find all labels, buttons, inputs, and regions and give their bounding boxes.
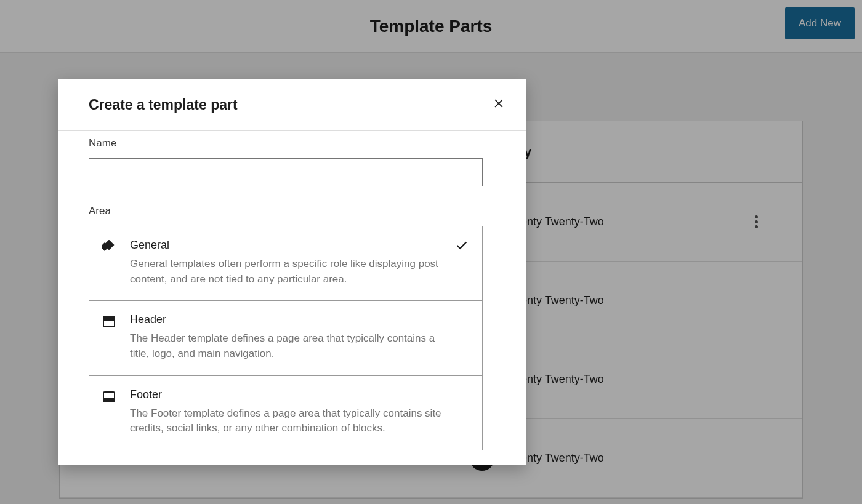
area-option-name: Footer [130,388,445,401]
modal-header: Create a template part [58,79,526,131]
svg-rect-17 [103,398,115,402]
close-icon [493,97,505,110]
area-field-label: Area [89,205,495,217]
area-option-desc: The Header template defines a page area … [130,331,445,361]
modal-body[interactable]: Name Area General General templates ofte… [58,131,526,465]
create-template-part-modal: Create a template part Name Area General… [58,79,526,465]
svg-rect-15 [103,317,115,321]
modal-title: Create a template part [89,97,238,113]
area-option-list: General General templates often perform … [89,226,483,450]
area-option-desc: General templates often perform a specif… [130,257,445,287]
area-option-desc: The Footer template defines a page area … [130,406,445,436]
header-icon [102,314,116,361]
name-input[interactable] [89,158,483,186]
area-option-general[interactable]: General General templates often perform … [89,226,482,301]
check-icon [455,239,469,255]
area-option-name: Header [130,313,445,326]
name-field-label: Name [89,137,495,150]
close-button[interactable] [489,94,509,116]
area-option-name: General [130,239,445,252]
general-icon [102,240,116,287]
area-option-footer[interactable]: Footer The Footer template defines a pag… [89,376,482,450]
area-option-header[interactable]: Header The Header template defines a pag… [89,301,482,375]
footer-icon [102,390,116,436]
